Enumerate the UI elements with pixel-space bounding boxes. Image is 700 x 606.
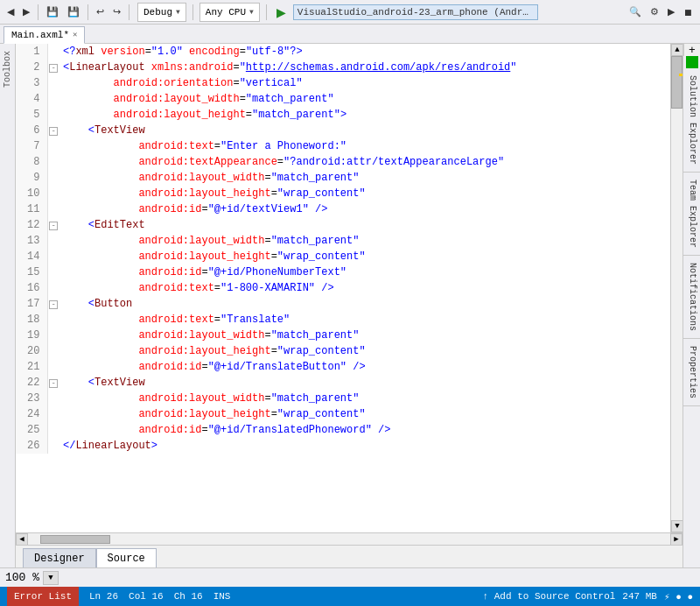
notifications-btn[interactable]: Notifications (683, 256, 700, 339)
table-row: 15 android:id="@+id/PhoneNumberText" (16, 264, 670, 280)
code-line-content[interactable]: android:layout_width="match_parent" (60, 91, 670, 107)
fold-indicator (47, 264, 60, 280)
fold-indicator (47, 186, 60, 201)
toolbar-btn1[interactable]: ⚙ (647, 3, 662, 22)
zoom-value: 100 % (5, 571, 39, 584)
vertical-scrollbar[interactable]: ▲ ▼ (670, 44, 682, 532)
undo-button[interactable]: ↩ (93, 3, 108, 22)
code-line-content[interactable]: android:layout_width="match_parent" (60, 170, 670, 186)
table-row: 23 android:layout_width="match_parent" (16, 391, 670, 406)
code-line-content[interactable]: <EditText (60, 217, 670, 233)
fold-indicator[interactable]: - (47, 123, 60, 138)
code-line-content[interactable]: android:layout_width="match_parent" (60, 233, 670, 249)
h-scroll-track[interactable] (40, 535, 658, 544)
scroll-left-arrow[interactable]: ◀ (16, 533, 28, 546)
fold-indicator[interactable]: - (47, 60, 60, 75)
code-line-content[interactable]: android:layout_height="wrap_content" (60, 406, 670, 422)
status-bar: Error List Ln 26 Col 16 Ch 16 INS ↑ Add … (0, 587, 700, 606)
panel-expand-btn[interactable]: + (683, 44, 701, 56)
solution-explorer-btn[interactable]: Solution Explorer (683, 68, 700, 173)
tab-source[interactable]: Source (96, 548, 157, 567)
code-scroll[interactable]: 1<?xml version="1.0" encoding="utf-8"?>2… (16, 44, 670, 532)
line-number: 24 (16, 406, 47, 422)
fold-indicator[interactable]: - (47, 375, 60, 391)
code-line-content[interactable]: <Button (60, 296, 670, 312)
h-scroll-thumb[interactable] (40, 535, 110, 544)
debug-dropdown[interactable]: Debug ▼ (137, 3, 186, 22)
code-line-content[interactable]: android:layout_height="wrap_content" (60, 343, 670, 359)
back-button[interactable]: ◀ (4, 3, 18, 22)
scroll-up-arrow[interactable]: ▲ (671, 44, 682, 56)
code-line-content[interactable]: android:text="Enter a Phoneword:" (60, 138, 670, 154)
code-line-content[interactable]: <TextView (60, 375, 670, 391)
line-number: 9 (16, 170, 47, 186)
separator4 (192, 4, 193, 20)
table-row: 7 android:text="Enter a Phoneword:" (16, 138, 670, 154)
fold-indicator (47, 44, 60, 60)
line-number: 10 (16, 186, 47, 201)
document-tabs: Main.axml* ✕ (4, 25, 85, 44)
toolbar-btn3[interactable]: ⏹ (680, 3, 696, 22)
code-line-content[interactable]: </LinearLayout> (60, 438, 670, 454)
error-list-section[interactable]: Error List (7, 587, 79, 606)
save-button[interactable]: 💾 (43, 3, 62, 22)
scroll-marker-1 (679, 74, 682, 76)
tab-main-axml[interactable]: Main.axml* ✕ (4, 26, 85, 44)
code-line-content[interactable]: android:id="@+id/textView1" /> (60, 201, 670, 217)
platform-label: VisualStudio_android-23_arm_phone (Andro… (293, 4, 538, 20)
code-line-content[interactable]: <LinearLayout xmlns:android="http://sche… (60, 60, 670, 75)
toolbar-btn2[interactable]: ▶ (664, 3, 678, 22)
line-number: 13 (16, 233, 47, 249)
zoom-dropdown-btn[interactable]: ▼ (43, 571, 59, 585)
fold-indicator (47, 391, 60, 406)
tab-close-icon[interactable]: ✕ (73, 30, 77, 39)
source-control-label[interactable]: ↑ Add to Source Control (483, 591, 616, 602)
scroll-right-arrow[interactable]: ▶ (670, 533, 682, 546)
code-line-content[interactable]: android:id="@+id/PhoneNumberText" (60, 264, 670, 280)
save-all-button[interactable]: 💾 (64, 3, 83, 22)
code-line-content[interactable]: android:textAppearance="?android:attr/te… (60, 154, 670, 170)
search-button[interactable]: 🔍 (626, 3, 645, 22)
debug-section: Debug ▼ Any CPU ▼ ▶ VisualStudio_android… (137, 3, 538, 22)
toolbox-label: Toolbox (3, 51, 12, 88)
code-line-content[interactable]: android:id="@+id/TranslateButton" /> (60, 359, 670, 375)
team-explorer-btn[interactable]: Team Explorer (683, 173, 700, 256)
fold-indicator (47, 406, 60, 422)
code-line-content[interactable]: android:layout_height="wrap_content" (60, 186, 670, 201)
notifications-label: Notifications (688, 263, 697, 331)
code-line-content[interactable]: <TextView (60, 123, 670, 138)
code-table: 1<?xml version="1.0" encoding="utf-8"?>2… (16, 44, 670, 454)
ch-status: Ch 16 (174, 591, 203, 602)
table-row: 8 android:textAppearance="?android:attr/… (16, 154, 670, 170)
fold-indicator[interactable]: - (47, 217, 60, 233)
code-line-content[interactable]: android:text="Translate" (60, 312, 670, 328)
scroll-track[interactable] (671, 56, 682, 520)
code-line-content[interactable]: android:orientation="vertical" (60, 75, 670, 91)
forward-button[interactable]: ▶ (19, 3, 33, 22)
code-line-content[interactable]: android:text="1-800-XAMARIN" /> (60, 280, 670, 296)
cpu-dropdown[interactable]: Any CPU ▼ (200, 3, 260, 22)
table-row: 18 android:text="Translate" (16, 312, 670, 328)
table-row: 2-<LinearLayout xmlns:android="http://sc… (16, 60, 670, 75)
fold-indicator (47, 249, 60, 264)
code-line-content[interactable]: android:layout_width="match_parent" (60, 391, 670, 406)
properties-btn[interactable]: Properties (683, 339, 700, 406)
code-line-content[interactable]: android:layout_height="match_parent"> (60, 107, 670, 123)
fold-indicator (47, 328, 60, 343)
scroll-down-arrow[interactable]: ▼ (671, 520, 682, 532)
fold-indicator[interactable]: - (47, 296, 60, 312)
debug-dropdown-arrow: ▼ (176, 8, 180, 16)
code-line-content[interactable]: android:layout_height="wrap_content" (60, 249, 670, 264)
code-line-content[interactable]: <?xml version="1.0" encoding="utf-8"?> (60, 44, 670, 60)
horizontal-scrollbar[interactable]: ◀ ▶ (16, 532, 682, 545)
run-button[interactable]: ▶ (273, 3, 290, 22)
scroll-thumb[interactable] (671, 56, 682, 109)
redo-button[interactable]: ↪ (109, 3, 124, 22)
code-line-content[interactable]: android:id="@+id/TranslatedPhoneword" /> (60, 422, 670, 438)
code-line-content[interactable]: android:layout_width="match_parent" (60, 328, 670, 343)
editor-with-scroll: 1<?xml version="1.0" encoding="utf-8"?>2… (16, 44, 682, 532)
table-row: 19 android:layout_width="match_parent" (16, 328, 670, 343)
table-row: 4 android:layout_width="match_parent" (16, 91, 670, 107)
tab-designer[interactable]: Designer (23, 548, 96, 567)
source-tab-label: Source (108, 553, 145, 565)
